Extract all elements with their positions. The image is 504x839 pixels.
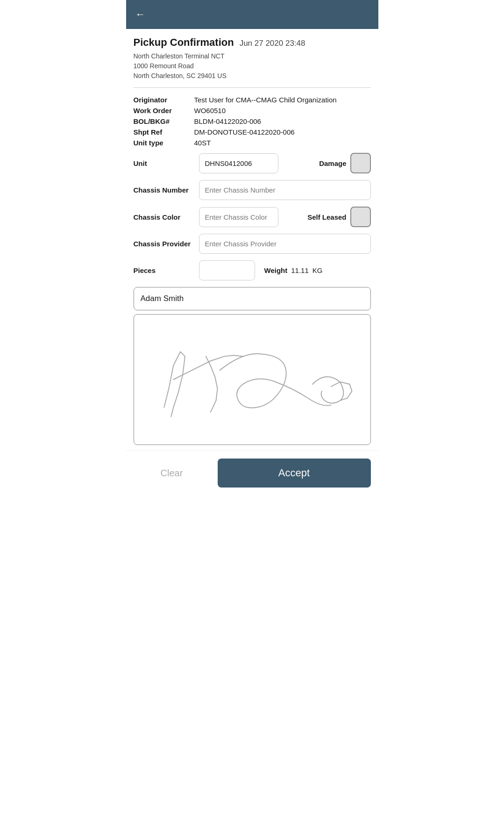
chassis-number-label: Chassis Number	[134, 186, 194, 194]
signature-box[interactable]	[134, 314, 371, 445]
chassis-color-row: Chassis Color Self Leased	[134, 207, 371, 227]
info-row-work-order: Work Order WO60510	[134, 105, 371, 116]
shpt-ref-value: DM-DONOTUSE-04122020-006	[194, 127, 371, 137]
page-datetime: Jun 27 2020 23:48	[240, 39, 305, 48]
info-row-shpt-ref: Shpt Ref DM-DONOTUSE-04122020-006	[134, 127, 371, 137]
unit-row: Unit Damage	[134, 153, 371, 173]
unit-type-label: Unit type	[134, 137, 194, 148]
bol-label: BOL/BKG#	[134, 116, 194, 127]
unit-type-value: 40ST	[194, 137, 371, 148]
shpt-ref-label: Shpt Ref	[134, 127, 194, 137]
accept-button[interactable]: Accept	[218, 459, 371, 488]
unit-input[interactable]	[199, 153, 278, 173]
weight-section: Weight 11.11 KG	[264, 266, 323, 274]
content: Pickup Confirmation Jun 27 2020 23:48 No…	[126, 29, 378, 445]
originator-label: Originator	[134, 94, 194, 105]
page-title: Pickup Confirmation	[134, 36, 234, 49]
weight-label: Weight	[264, 266, 288, 274]
chassis-number-input[interactable]	[199, 180, 371, 200]
address-block: North Charleston Terminal NCT 1000 Remou…	[134, 51, 371, 88]
damage-label: Damage	[319, 159, 346, 167]
work-order-label: Work Order	[134, 105, 194, 116]
pieces-label: Pieces	[134, 266, 194, 274]
self-leased-checkbox[interactable]	[350, 207, 371, 227]
bol-value: BLDM-04122020-006	[194, 116, 371, 127]
weight-unit: KG	[312, 266, 323, 274]
unit-label: Unit	[134, 159, 194, 167]
damage-checkbox[interactable]	[350, 153, 371, 173]
chassis-provider-row: Chassis Provider	[134, 234, 371, 254]
info-table: Originator Test User for CMA--CMAG Child…	[134, 94, 371, 148]
address-line1: North Charleston Terminal NCT	[134, 51, 371, 61]
page-title-row: Pickup Confirmation Jun 27 2020 23:48	[134, 36, 371, 49]
address-line3: North Charleston, SC 29401 US	[134, 71, 371, 81]
back-button[interactable]: ←	[135, 8, 146, 21]
chassis-color-label: Chassis Color	[134, 213, 194, 221]
form-section: Unit Damage Chassis Number Chassis Color…	[134, 153, 371, 280]
info-row-unit-type: Unit type 40ST	[134, 137, 371, 148]
originator-value: Test User for CMA--CMAG Child Organizati…	[194, 94, 371, 105]
chassis-provider-input[interactable]	[199, 234, 371, 254]
footer: Clear Accept	[126, 451, 378, 495]
self-leased-section: Self Leased	[307, 207, 370, 227]
pieces-input[interactable]	[199, 260, 255, 280]
info-row-bol: BOL/BKG# BLDM-04122020-006	[134, 116, 371, 127]
signature-name-input[interactable]	[134, 287, 371, 310]
weight-value: 11.11	[291, 266, 309, 274]
signature-section	[134, 287, 371, 445]
chassis-color-input[interactable]	[199, 207, 278, 227]
address-line2: 1000 Remount Road	[134, 61, 371, 71]
signature-svg	[134, 315, 370, 445]
info-row-originator: Originator Test User for CMA--CMAG Child…	[134, 94, 371, 105]
chassis-number-row: Chassis Number	[134, 180, 371, 200]
header: ←	[126, 0, 378, 29]
pieces-row: Pieces Weight 11.11 KG	[134, 260, 371, 280]
clear-button[interactable]: Clear	[134, 460, 210, 486]
chassis-provider-label: Chassis Provider	[134, 240, 194, 248]
work-order-value: WO60510	[194, 105, 371, 116]
self-leased-label: Self Leased	[307, 213, 346, 221]
damage-section: Damage	[319, 153, 370, 173]
